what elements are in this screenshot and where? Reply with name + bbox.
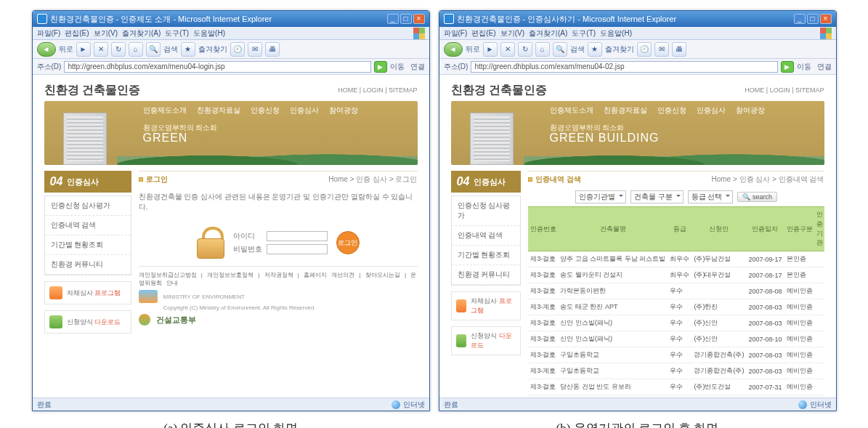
fav-icon[interactable]: ★ xyxy=(588,42,602,57)
util-links[interactable]: HOME | LOGIN | SITEMAP xyxy=(745,86,824,94)
min-button[interactable]: _ xyxy=(387,14,399,24)
titlebar[interactable]: 친환경건축물인증 - 인증제도 소개 - Microsoft Internet … xyxy=(33,11,429,27)
links-label[interactable]: 연결 xyxy=(817,62,832,72)
gnb-library[interactable]: 친환경자료실 xyxy=(197,105,240,116)
gnb-apply[interactable]: 인증신청 xyxy=(251,105,280,116)
close-button[interactable]: × xyxy=(820,14,832,24)
site-title[interactable]: 친환경 건축물인증 xyxy=(451,83,547,98)
ie-icon xyxy=(37,14,47,24)
fwd-button[interactable]: ► xyxy=(483,42,498,57)
login-button[interactable]: 로그인 xyxy=(336,231,360,254)
table-row[interactable]: 제3-걸호가락본동이편한우수2007-08-08예비인증 xyxy=(528,283,824,299)
titlebar[interactable]: 친환경건축물인증 - 인증심사하기 - Microsoft Internet E… xyxy=(439,11,836,27)
menu-tools[interactable]: 도구(T) xyxy=(572,28,596,39)
gnb[interactable]: 인증제도소개 친환경자료실 인증신청 인증심사 참여광장 xyxy=(550,105,816,116)
side-item-comm[interactable]: 친환경 커뮤니티 xyxy=(45,255,131,275)
mail-icon[interactable]: ✉ xyxy=(248,42,262,57)
gnb-community[interactable]: 참여광장 xyxy=(329,105,358,116)
table-row[interactable]: 제3-계호구일초등학교우수경기종합건축(주)2007-08-03예비인증 xyxy=(528,363,824,379)
menu-tools[interactable]: 도구(T) xyxy=(165,28,189,39)
links-label[interactable]: 연결 xyxy=(410,62,425,72)
gnb-audit[interactable]: 인증심사 xyxy=(290,105,319,116)
gnb[interactable]: 인증제도소개 친환경자료실 인증신청 인증심사 참여광장 xyxy=(143,105,409,116)
dl-form[interactable]: 신청양식 다운로드 xyxy=(44,310,131,334)
side-item-comm[interactable]: 친환경 커뮤니티 xyxy=(452,265,521,285)
menu-edit[interactable]: 편집(E) xyxy=(471,28,495,39)
home-button[interactable]: ⌂ xyxy=(129,42,143,57)
filter-grade[interactable]: 등급 선택 xyxy=(688,190,734,203)
menu-view[interactable]: 보기(V) xyxy=(500,28,524,39)
caption-a: (a) 인증심사 로그인 화면 xyxy=(32,420,430,428)
gnb-apply[interactable]: 인증신청 xyxy=(657,105,686,116)
table-row[interactable]: 제3-걸호송도 웰카운티 건설지최우수(주)대우건설2007-08-17본인증 xyxy=(528,267,824,283)
dl-program[interactable]: 자체심사 프로그램 xyxy=(451,291,522,320)
menu-edit[interactable]: 편집(E) xyxy=(65,28,89,39)
side-item-eval[interactable]: 인증신청 심사평가 xyxy=(452,196,521,226)
site-title[interactable]: 친환경 건축물인증 xyxy=(44,83,140,98)
min-button[interactable]: _ xyxy=(794,14,806,24)
max-button[interactable]: □ xyxy=(807,14,819,24)
table-row[interactable]: 제3-걸호신안 인스빌(패닉)우수(주)신안2007-08-10예비인증 xyxy=(528,331,824,347)
fwd-button[interactable]: ► xyxy=(76,42,91,57)
history-icon[interactable]: 🕘 xyxy=(637,42,652,57)
url-input[interactable] xyxy=(64,61,370,73)
print-icon[interactable]: 🖶 xyxy=(265,42,280,57)
gnb-audit[interactable]: 인증심사 xyxy=(697,105,726,116)
th: 인증구분 xyxy=(784,207,815,251)
side-item-period[interactable]: 기간별 현황조회 xyxy=(452,246,521,265)
max-button[interactable]: □ xyxy=(400,14,412,24)
side-item-period[interactable]: 기간별 현황조회 xyxy=(45,235,131,255)
dl-program[interactable]: 자체심사 프로그램 xyxy=(44,281,131,304)
menubar[interactable]: 파일(F) 편집(E) 보기(V) 즐겨찾기(A) 도구(T) 도움말(H) xyxy=(439,27,836,40)
table-row[interactable]: 제3-걸호신안 인스빌(패닉)우수(주)신안2007-08-03예비인증 xyxy=(528,315,824,331)
back-button[interactable]: ◄ xyxy=(444,42,463,57)
menu-file[interactable]: 파일(F) xyxy=(37,28,61,39)
stop-button[interactable]: ✕ xyxy=(500,42,515,57)
go-button[interactable]: ▶ xyxy=(374,61,387,73)
menu-fav[interactable]: 즐겨찾기(A) xyxy=(529,28,567,39)
refresh-button[interactable]: ↻ xyxy=(518,42,532,57)
search-icon[interactable]: 🔍 xyxy=(553,42,567,57)
menubar[interactable]: 파일(F) 편집(E) 보기(V) 즐겨찾기(A) 도구(T) 도움말(H) xyxy=(33,27,429,40)
table-row[interactable]: 제3-걸호구일초등학교우수경기종합건축(주)2007-08-03예비인증 xyxy=(528,347,824,363)
breadcrumb: Home > 인증 심사 > 로그인 xyxy=(328,174,417,185)
search-icon[interactable]: 🔍 xyxy=(146,42,161,57)
util-links[interactable]: HOME | LOGIN | SITEMAP xyxy=(338,86,417,94)
gnb-library[interactable]: 친환경자료실 xyxy=(604,105,647,116)
filter-type[interactable]: 건축물 구분 xyxy=(630,190,684,203)
stop-button[interactable]: ✕ xyxy=(94,42,108,57)
refresh-button[interactable]: ↻ xyxy=(111,42,126,57)
gnb-community[interactable]: 참여광장 xyxy=(736,105,765,116)
go-button[interactable]: ▶ xyxy=(781,61,794,73)
menu-help[interactable]: 도움말(H) xyxy=(193,28,225,39)
dl-form[interactable]: 신청양식 다운로드 xyxy=(451,326,522,355)
mail-icon[interactable]: ✉ xyxy=(654,42,669,57)
home-button[interactable]: ⌂ xyxy=(535,42,550,57)
back-button[interactable]: ◄ xyxy=(37,42,56,57)
pw-input[interactable] xyxy=(267,244,328,254)
search-button[interactable]: 🔍 search xyxy=(737,192,777,202)
id-input[interactable] xyxy=(267,231,328,241)
url-input[interactable] xyxy=(471,61,777,73)
table-row[interactable]: 제3-계호송도 태군 한진 APT우수(주)한진2007-08-03예비인증 xyxy=(528,299,824,315)
print-icon[interactable]: 🖶 xyxy=(672,42,686,57)
fav-label: 즐겨찾기 xyxy=(198,44,227,54)
history-icon[interactable]: 🕘 xyxy=(230,42,245,57)
table-row[interactable]: 제3-걸호양주 고읍 스마트블록 두남 퍼스트빌최우수(주)두남건설2007-0… xyxy=(528,251,824,267)
side-item-eval[interactable]: 인증신청 심사평가 xyxy=(45,196,131,216)
menu-help[interactable]: 도움말(H) xyxy=(600,28,632,39)
go-label: 이동 xyxy=(390,62,405,72)
footer-links[interactable]: 개인정보취급신고방침 | 개인정보보호정책 | 저작권정책 | 홈페이지 개선의… xyxy=(139,271,418,287)
table-row[interactable]: 제3-계호덕양구 건업 반도 유보라우수(주)반도건설2007-07-31예비인… xyxy=(528,395,824,398)
filter-org[interactable]: 인증기관별 xyxy=(575,190,626,203)
fav-icon[interactable]: ★ xyxy=(181,42,195,57)
menu-file[interactable]: 파일(F) xyxy=(444,28,468,39)
side-item-search[interactable]: 인증내역 검색 xyxy=(45,216,131,235)
menu-fav[interactable]: 즐겨찾기(A) xyxy=(122,28,161,39)
gnb-intro[interactable]: 인증제도소개 xyxy=(550,105,593,116)
side-item-search[interactable]: 인증내역 검색 xyxy=(452,226,521,246)
table-row[interactable]: 제3-걸호당산동 건업 반도 유보라우수(주)반도건설2007-07-31예비인… xyxy=(528,379,824,395)
gnb-intro[interactable]: 인증제도소개 xyxy=(143,105,187,116)
menu-view[interactable]: 보기(V) xyxy=(94,28,118,39)
close-button[interactable]: × xyxy=(413,14,425,24)
